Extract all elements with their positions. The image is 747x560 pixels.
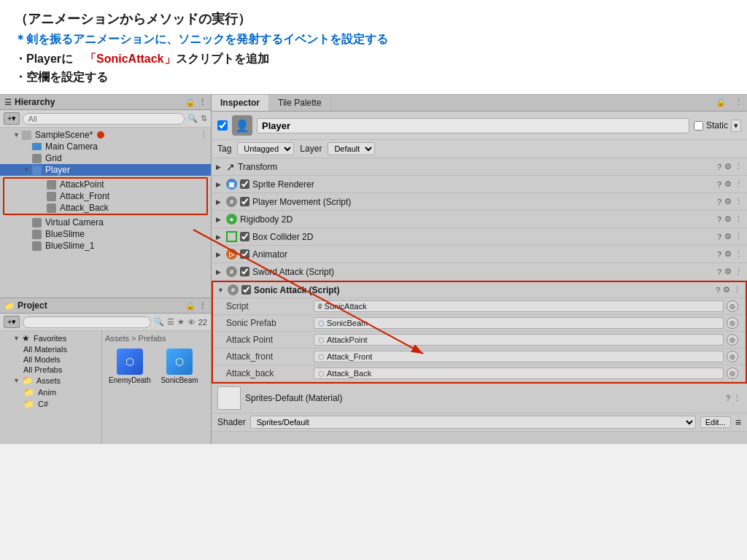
hierarchy-search-input[interactable] <box>23 113 185 125</box>
boxcollider2d-settings[interactable]: ⚙ <box>724 232 732 241</box>
asset-item-enemydeath[interactable]: ⬡ EnemyDeath <box>108 349 152 384</box>
boxcollider2d-help: ? <box>717 233 721 241</box>
sonicattack-attackfront-row: Attack_front ⬡ Attack_Front ◎ <box>213 349 746 365</box>
bullet1-prefix: ・Playerに <box>15 52 85 65</box>
hierarchy-item-attackback[interactable]: ▶ Attack_Back <box>4 202 206 214</box>
sonicbeam-label: SonicBeam <box>160 376 198 384</box>
project-favorites[interactable]: ▼ ★ Favorites <box>0 332 101 344</box>
project-assets-folder[interactable]: ▼ 📁 Assets <box>0 375 101 386</box>
playermovement-name: Player Movement (Script) <box>252 197 714 207</box>
project-all-materials[interactable]: All Materials <box>0 344 101 354</box>
spriterenderer-settings[interactable]: ⚙ <box>724 179 732 189</box>
sonicprefab-target-btn[interactable]: ◎ <box>727 317 738 329</box>
material-name: Sprites-Default (Material) <box>245 393 721 403</box>
bullet1-line: ・Playerに 「SonicAttack」スクリプトを追加 <box>15 52 732 67</box>
animator-settings[interactable]: ⚙ <box>724 249 732 259</box>
attackfront-obj-icon: ⬡ <box>318 353 325 361</box>
sonicattack-checkbox[interactable] <box>241 285 251 295</box>
tab-tilepalette[interactable]: Tile Palette <box>269 95 331 111</box>
swordattack-checkbox[interactable] <box>240 267 249 276</box>
layer-select[interactable]: Default <box>328 142 375 155</box>
attackpoint-target-btn[interactable]: ◎ <box>727 334 738 346</box>
project-add-button[interactable]: +▾ <box>4 316 20 328</box>
project-lock-icon: 🔒 <box>185 301 196 311</box>
sonicattack-menu[interactable]: ⋮ <box>733 285 741 295</box>
project-search-input[interactable] <box>23 316 150 328</box>
project-filter-icon: ☰ <box>167 317 174 327</box>
transform-menu[interactable]: ⋮ <box>735 162 743 171</box>
project-all-prefabs[interactable]: All Prefabs <box>0 365 101 375</box>
tab-inspector[interactable]: Inspector <box>212 95 269 111</box>
playermovement-checkbox[interactable] <box>240 197 249 206</box>
boxcollider2d-checkbox[interactable] <box>240 232 249 241</box>
spriterenderer-menu[interactable]: ⋮ <box>735 179 743 189</box>
hierarchy-add-button[interactable]: +▾ <box>4 112 20 125</box>
shader-edit-button[interactable]: Edit... <box>700 416 731 428</box>
inspector-object-header: 👤 Static ▾ <box>212 112 747 140</box>
swordattack-menu[interactable]: ⋮ <box>735 267 743 276</box>
static-label: Static <box>706 120 728 131</box>
playermovement-menu[interactable]: ⋮ <box>735 197 743 206</box>
hierarchy-item-maincamera[interactable]: ▶ Main Camera <box>0 141 211 152</box>
static-checkbox[interactable] <box>694 121 703 131</box>
hierarchy-item-grid[interactable]: ▶ Grid <box>0 152 211 164</box>
asset-items-container: ⬡ EnemyDeath ⬡ SonicBeam <box>105 346 208 387</box>
attackpoint-value-box[interactable]: ⬡ AttackPoint <box>314 334 724 346</box>
animator-menu[interactable]: ⋮ <box>735 249 743 259</box>
static-dropdown[interactable]: ▾ <box>731 120 741 132</box>
hierarchy-item-player[interactable]: ▼ Player <box>0 164 211 176</box>
project-all-models[interactable]: All Models <box>0 354 101 365</box>
project-anim[interactable]: 📁 Anim <box>0 386 101 398</box>
hierarchy-item-attackfront[interactable]: ▶ Attack_Front <box>4 190 206 202</box>
component-spriterenderer: ▶ ▣ Sprite Renderer ? ⚙ ⋮ <box>212 176 747 193</box>
playermovement-settings[interactable]: ⚙ <box>724 197 732 206</box>
attackpoint-obj-icon: ⬡ <box>318 336 325 344</box>
component-playermovement: ▶ # Player Movement (Script) ? ⚙ ⋮ <box>212 193 747 211</box>
maincamera-label: Main Camera <box>45 141 98 152</box>
hierarchy-item-blueslime1[interactable]: ▶ BlueSlime_1 <box>0 240 211 252</box>
hierarchy-item-samplescene[interactable]: ▼ SampleScene* ⋮ <box>0 129 211 141</box>
all-prefabs-label: All Prefabs <box>23 365 62 374</box>
inspector-components: ▶ ↗ Transform ? ⚙ ⋮ ▶ ▣ Sprite Renderer … <box>212 158 747 444</box>
object-name-input[interactable] <box>257 118 689 133</box>
swordattack-settings[interactable]: ⚙ <box>724 267 732 276</box>
attackfront-target-btn[interactable]: ◎ <box>727 351 738 362</box>
transform-settings[interactable]: ⚙ <box>724 162 732 171</box>
hierarchy-item-blueslime[interactable]: ▶ BlueSlime <box>0 228 211 240</box>
hierarchy-item-virtualcamera[interactable]: ▶ Virtual Camera <box>0 217 211 228</box>
attackback-label: Attack_Back <box>60 203 109 213</box>
sonicattack-attackpoint-row: Attack Point ⬡ AttackPoint ◎ <box>213 332 746 349</box>
attackback-value-box[interactable]: ⬡ Attack_Back <box>314 368 724 379</box>
boxcollider2d-menu[interactable]: ⋮ <box>735 232 743 241</box>
attackfront-value-box[interactable]: ⬡ Attack_Front <box>314 351 724 362</box>
swordattack-help: ? <box>717 268 721 276</box>
tag-select[interactable]: Untagged <box>237 142 294 155</box>
attackpoint-field-label: Attack Point <box>226 335 314 345</box>
sonicprefab-value-box[interactable]: ⬡ SonicBeam <box>314 317 724 329</box>
hierarchy-search-bar: +▾ 🔍 ⇅ <box>0 110 211 128</box>
component-sonicattack: ▼ # Sonic Attack (Script) ? ⚙ ⋮ Script <box>212 281 747 384</box>
component-animator: ▶ ▷ Animator ? ⚙ ⋮ <box>212 246 747 263</box>
object-active-checkbox[interactable] <box>217 120 228 131</box>
rigidbody2d-menu[interactable]: ⋮ <box>735 214 743 224</box>
hierarchy-item-attackpoint[interactable]: ▶ AttackPoint <box>4 179 206 190</box>
swordattack-arrow: ▶ <box>216 268 223 276</box>
bullet1-highlight: 「SonicAttack」 <box>85 52 175 65</box>
script-value-box[interactable]: # SonicAttack <box>314 300 724 312</box>
shader-select[interactable]: Sprites/Default <box>250 416 696 429</box>
attackback-value-text: Attack_Back <box>327 369 371 378</box>
project-csharp[interactable]: 📁 C# <box>0 398 101 410</box>
script-target-btn[interactable]: ◎ <box>727 300 738 312</box>
shader-menu[interactable]: ≡ <box>735 416 741 428</box>
spriterenderer-checkbox[interactable] <box>240 179 249 189</box>
material-menu[interactable]: ⋮ <box>733 394 741 403</box>
attackback-target-btn[interactable]: ◎ <box>727 368 738 379</box>
asset-item-sonicbeam[interactable]: ⬡ SonicBeam <box>158 349 201 384</box>
attack-group-box: ▶ AttackPoint ▶ Attack_Front ▶ Atta <box>3 177 208 215</box>
spriterenderer-icon: ▣ <box>226 179 237 190</box>
animator-checkbox[interactable] <box>240 249 249 259</box>
rigidbody2d-settings[interactable]: ⚙ <box>724 214 732 224</box>
attackpoint-icon <box>47 180 56 190</box>
attackback-icon <box>47 203 56 213</box>
sonicattack-settings[interactable]: ⚙ <box>723 285 730 295</box>
